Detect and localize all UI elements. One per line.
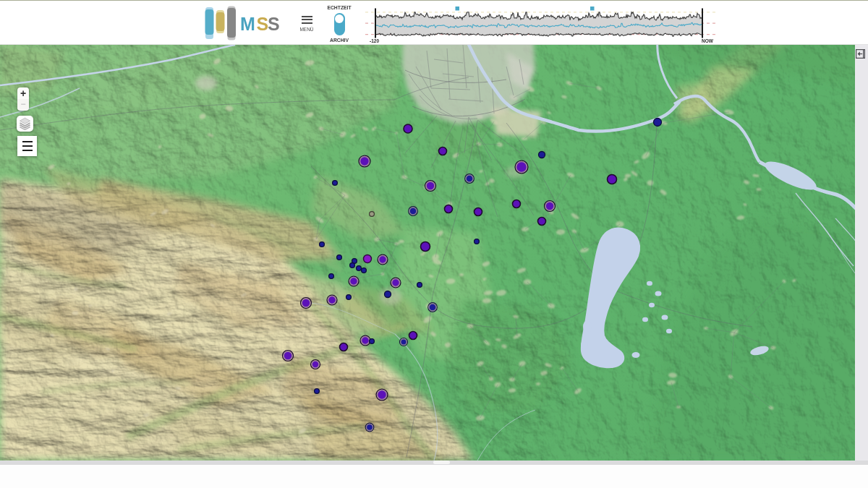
svg-text:S: S [257,14,269,34]
svg-text:M: M [240,14,255,34]
svg-text:NOW: NOW [702,38,714,43]
svg-text:-120: -120 [370,38,379,43]
svg-text:S: S [268,14,280,34]
